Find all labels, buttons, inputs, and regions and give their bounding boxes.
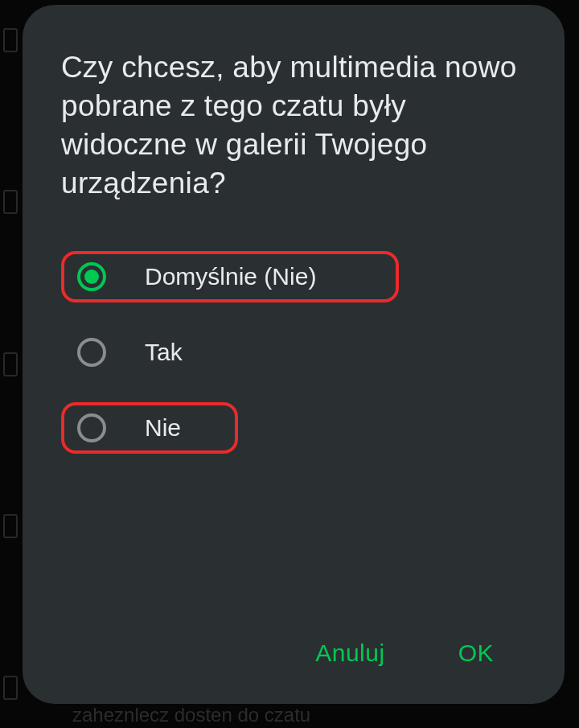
option-label: Nie (145, 414, 181, 442)
radio-unselected-icon (77, 338, 106, 367)
media-visibility-dialog: Czy chcesz, aby multimedia nowo pobrane … (23, 5, 565, 704)
radio-selected-icon (77, 262, 106, 291)
backdrop-partial-text: zaheznlecz dosten do czatu (72, 704, 310, 726)
option-label: Tak (145, 339, 183, 366)
option-no[interactable]: Nie (61, 402, 238, 454)
option-default-no[interactable]: Domyślnie (Nie) (61, 251, 399, 302)
radio-unselected-icon (77, 413, 106, 442)
dialog-title: Czy chcesz, aby multimedia nowo pobrane … (61, 48, 532, 203)
dialog-actions: Anuluj OK (61, 631, 532, 675)
option-label: Domyślnie (Nie) (145, 263, 316, 290)
ok-button[interactable]: OK (452, 631, 500, 675)
radio-group: Domyślnie (Nie) Tak Nie (61, 251, 532, 631)
cancel-button[interactable]: Anuluj (309, 631, 391, 675)
option-yes[interactable]: Tak (61, 327, 532, 378)
